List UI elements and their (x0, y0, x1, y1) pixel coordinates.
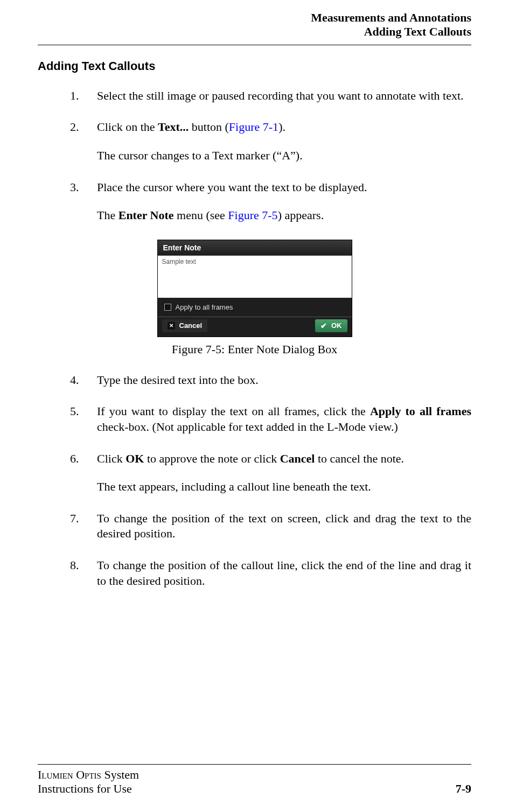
steps-list: 1. Select the still image or paused reco… (70, 88, 471, 223)
page-number: 7-9 (456, 782, 471, 796)
step-number: 6. (70, 451, 97, 495)
text-button-label: Text... (158, 120, 189, 134)
figure-7-5: Enter Note Sample text Apply to all fram… (38, 240, 471, 356)
footer-doc-title: Instructions for Use (38, 782, 139, 796)
footer-rule (38, 764, 471, 765)
header-line-2: Adding Text Callouts (38, 25, 471, 39)
figure-7-1-link[interactable]: Figure 7-1 (229, 120, 278, 134)
step-text: To change the position of the text on sc… (97, 511, 471, 542)
cancel-button-label: Cancel (179, 321, 203, 330)
cancel-button[interactable]: ✕ Cancel (162, 319, 208, 332)
figure-caption: Figure 7-5: Enter Note Dialog Box (38, 342, 471, 356)
ok-label: OK (125, 452, 144, 465)
step-1: 1. Select the still image or paused reco… (70, 88, 471, 104)
step-8: 8. To change the position of the callout… (70, 558, 471, 589)
ok-button[interactable]: ✔ OK (315, 319, 347, 332)
dialog-title: Enter Note (158, 240, 352, 256)
step-text: Click OK to approve the note or click Ca… (97, 451, 471, 467)
enter-note-label: Enter Note (118, 208, 174, 222)
step-subtext: The Enter Note menu (see Figure 7-5) app… (97, 208, 471, 223)
dialog-button-row: ✕ Cancel ✔ OK (158, 317, 352, 337)
figure-7-5-link[interactable]: Figure 7-5 (228, 208, 277, 222)
step-text: Select the still image or paused recordi… (97, 88, 471, 104)
step-text: Place the cursor where you want the text… (97, 180, 471, 195)
step-text: Click on the Text... button (Figure 7-1)… (97, 120, 471, 135)
cancel-label: Cancel (280, 452, 315, 465)
page-footer: Ilumien Optis System Instructions for Us… (38, 764, 471, 796)
step-number: 1. (70, 88, 97, 104)
step-3: 3. Place the cursor where you want the t… (70, 180, 471, 223)
step-number: 4. (70, 373, 97, 388)
step-number: 3. (70, 180, 97, 223)
step-number: 5. (70, 404, 97, 435)
apply-all-frames-checkbox[interactable]: Apply to all frames (158, 298, 352, 317)
running-header: Measurements and Annotations Adding Text… (38, 11, 471, 39)
step-7: 7. To change the position of the text on… (70, 511, 471, 542)
step-number: 8. (70, 558, 97, 589)
step-subtext: The text appears, including a callout li… (97, 479, 471, 495)
check-icon: ✔ (320, 321, 327, 330)
step-6: 6. Click OK to approve the note or click… (70, 451, 471, 495)
close-icon: ✕ (168, 322, 175, 330)
step-text: Type the desired text into the box. (97, 373, 471, 388)
checkbox-icon (164, 304, 171, 311)
ok-button-label: OK (331, 321, 342, 330)
dialog-textarea[interactable]: Sample text (158, 256, 352, 298)
step-subtext: The cursor changes to a Text marker (“A”… (97, 148, 471, 164)
section-heading: Adding Text Callouts (38, 59, 471, 73)
step-text: If you want to display the text on all f… (97, 404, 471, 435)
checkbox-label: Apply to all frames (176, 303, 233, 311)
header-rule (38, 45, 471, 45)
step-text: To change the position of the callout li… (97, 558, 471, 589)
step-number: 2. (70, 120, 97, 163)
apply-all-frames-label: Apply to all frames (370, 404, 471, 418)
product-name: Ilumien Optis System (38, 768, 139, 782)
header-line-1: Measurements and Annotations (38, 11, 471, 25)
step-2: 2. Click on the Text... button (Figure 7… (70, 120, 471, 163)
step-number: 7. (70, 511, 97, 542)
enter-note-dialog: Enter Note Sample text Apply to all fram… (157, 240, 352, 337)
step-5: 5. If you want to display the text on al… (70, 404, 471, 435)
footer-left: Ilumien Optis System Instructions for Us… (38, 768, 139, 796)
steps-list-continued: 4. Type the desired text into the box. 5… (70, 373, 471, 589)
step-4: 4. Type the desired text into the box. (70, 373, 471, 388)
